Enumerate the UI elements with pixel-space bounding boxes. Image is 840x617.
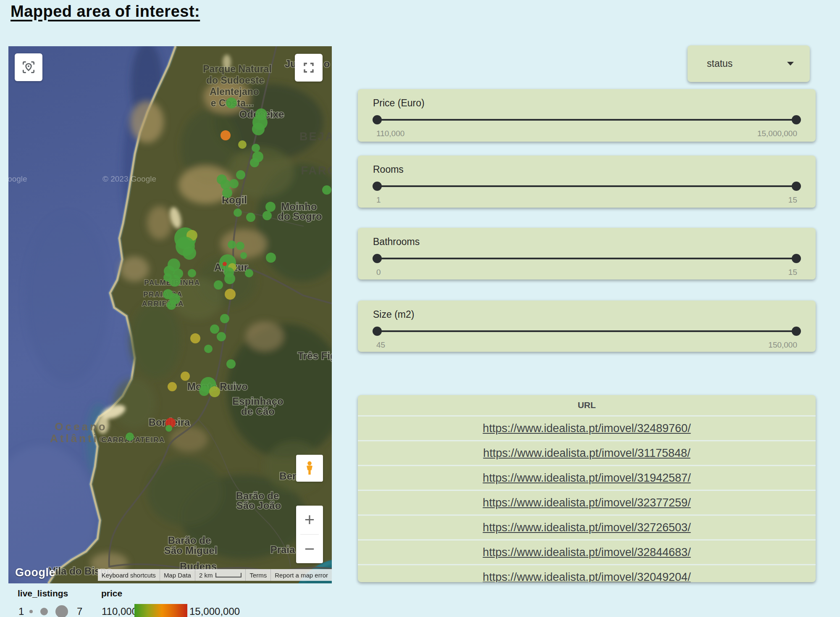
listing-marker[interactable]	[236, 170, 245, 179]
rooms-slider-track[interactable]	[377, 185, 796, 187]
listing-marker[interactable]	[228, 240, 236, 249]
listing-marker[interactable]	[183, 246, 196, 260]
map-label: o	[324, 58, 330, 69]
listing-marker[interactable]	[163, 273, 172, 282]
listing-marker[interactable]	[250, 158, 259, 167]
listing-marker[interactable]	[188, 269, 196, 277]
price-slider-handle-max[interactable]	[792, 115, 801, 124]
slider-max-label: 15	[788, 195, 797, 205]
listing-marker[interactable]	[210, 324, 219, 334]
listing-marker[interactable]	[266, 253, 276, 263]
listing-marker[interactable]	[240, 252, 247, 259]
table-row: https://www.idealista.pt/imovel/32049204…	[358, 564, 816, 582]
listing-marker[interactable]	[225, 289, 236, 300]
url-link[interactable]: https://www.idealista.pt/imovel/32377259…	[483, 496, 690, 509]
size-filter-card: Size (m2) 45 150,000	[358, 301, 816, 352]
url-link[interactable]: https://www.idealista.pt/imovel/31175848…	[483, 447, 690, 460]
map[interactable]: Parque Naturaldo SudoesteAlentejanoe Cos…	[8, 46, 332, 583]
size-slider-track[interactable]	[377, 330, 796, 332]
listing-marker[interactable]	[220, 179, 231, 190]
listing-marker[interactable]	[204, 345, 213, 353]
rooms-slider-handle-min[interactable]	[373, 182, 382, 191]
listing-marker[interactable]	[265, 202, 276, 212]
keyboard-shortcuts-link[interactable]: Keyboard shortcuts	[98, 569, 160, 581]
listing-marker[interactable]	[181, 372, 190, 381]
listing-marker[interactable]	[126, 432, 134, 441]
zoom-in-button[interactable]: +	[296, 506, 323, 534]
listing-marker[interactable]	[234, 208, 242, 217]
url-link[interactable]: https://www.idealista.pt/imovel/31942587…	[483, 472, 690, 485]
listing-marker[interactable]	[236, 242, 244, 250]
size-slider-handle-max[interactable]	[792, 327, 801, 336]
listing-marker[interactable]	[199, 386, 209, 396]
map-data-link[interactable]: Map Data	[160, 569, 195, 581]
listing-marker[interactable]	[220, 314, 229, 323]
zoom-control: + −	[296, 506, 323, 563]
map-attribution-bar: Keyboard shortcuts Map Data 2 km Terms R…	[98, 569, 332, 581]
report-map-error-link[interactable]: Report a map error	[270, 569, 332, 581]
slider-title: Price (Euro)	[373, 98, 425, 109]
table-row: https://www.idealista.pt/imovel/32377259…	[358, 490, 816, 514]
listing-marker[interactable]	[224, 273, 235, 284]
bathrooms-slider-handle-max[interactable]	[792, 254, 801, 263]
bathrooms-filter-card: Bathrooms 0 15	[358, 228, 816, 279]
listing-marker[interactable]	[190, 333, 200, 343]
url-link[interactable]: https://www.idealista.pt/imovel/32726503…	[483, 521, 690, 534]
listing-marker[interactable]	[217, 332, 226, 341]
legend-price-label: price	[101, 588, 122, 599]
slider-min-label: 1	[376, 195, 381, 205]
bathrooms-slider-track[interactable]	[377, 258, 796, 259]
listing-marker[interactable]	[167, 301, 176, 310]
rooms-slider-handle-max[interactable]	[792, 182, 801, 191]
legend-circle-small	[29, 610, 33, 613]
listing-marker[interactable]	[165, 425, 172, 432]
pegman-button[interactable]	[296, 455, 323, 482]
terms-link[interactable]: Terms	[245, 569, 270, 581]
listing-marker[interactable]	[168, 382, 177, 391]
bathrooms-slider-handle-min[interactable]	[373, 254, 382, 263]
listing-marker[interactable]	[322, 185, 331, 195]
listing-marker[interactable]	[214, 280, 223, 290]
listing-marker[interactable]	[246, 213, 255, 222]
listing-marker[interactable]	[252, 144, 260, 152]
price-filter-card: Price (Euro) 110,000 15,000,000	[358, 89, 816, 142]
price-slider-track[interactable]	[377, 119, 796, 121]
slider-max-label: 15	[788, 268, 797, 277]
price-gradient-bar	[134, 604, 187, 617]
listing-marker[interactable]	[226, 98, 237, 108]
url-table-header: URL	[358, 395, 816, 415]
google-logo[interactable]: Google	[15, 566, 55, 579]
status-dropdown[interactable]: status	[688, 45, 810, 82]
slider-min-label: 0	[376, 268, 381, 277]
map-label: Alentejano	[210, 86, 259, 97]
listing-marker[interactable]	[222, 188, 232, 198]
map-label: Oceano	[55, 420, 107, 433]
table-row: https://www.idealista.pt/imovel/31175848…	[358, 440, 816, 465]
listing-marker[interactable]	[226, 359, 236, 369]
url-link[interactable]: https://www.idealista.pt/imovel/32049204…	[483, 571, 690, 583]
map-label: Espinhaço	[232, 396, 283, 407]
draw-area-button[interactable]	[15, 53, 42, 81]
price-slider-handle-min[interactable]	[373, 115, 382, 124]
listing-marker[interactable]	[209, 386, 220, 397]
listing-marker[interactable]	[252, 123, 265, 135]
map-scale: 2 km	[195, 569, 246, 581]
listing-marker[interactable]	[229, 179, 239, 188]
url-link[interactable]: https://www.idealista.pt/imovel/32489760…	[483, 422, 690, 435]
listing-marker[interactable]	[223, 262, 227, 266]
listing-marker[interactable]	[262, 211, 272, 220]
map-label: Google	[8, 174, 27, 183]
map-label: Barão de	[168, 535, 211, 546]
status-dropdown-label: status	[707, 58, 732, 69]
legend-price-min: 110,000	[102, 606, 137, 617]
listing-marker[interactable]	[238, 140, 247, 149]
map-label: São João	[236, 500, 281, 511]
listing-marker[interactable]	[220, 130, 231, 140]
page-title: Mapped area of interest:	[10, 3, 200, 21]
slider-max-label: 15,000,000	[757, 129, 797, 138]
size-slider-handle-min[interactable]	[373, 327, 382, 336]
url-link[interactable]: https://www.idealista.pt/imovel/32844683…	[483, 546, 690, 559]
listing-marker[interactable]	[245, 269, 253, 277]
fullscreen-button[interactable]	[295, 54, 323, 82]
zoom-out-button[interactable]: −	[296, 535, 323, 563]
